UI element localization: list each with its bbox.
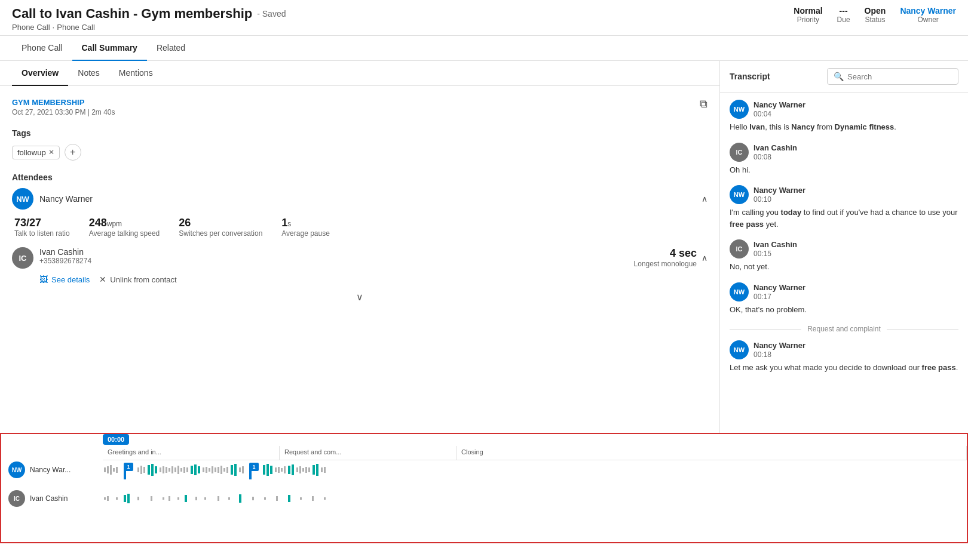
timestamp-2: 00:08 bbox=[753, 153, 797, 161]
see-details-label: See details bbox=[51, 275, 90, 284]
svg-rect-46 bbox=[275, 467, 277, 472]
expand-arrow[interactable]: ∨ bbox=[12, 291, 707, 303]
owner-meta: Nancy Warner Owner bbox=[900, 6, 956, 24]
ivan-avatar: IC bbox=[12, 247, 33, 269]
search-input[interactable] bbox=[847, 72, 952, 81]
speaker-row-2: IC Ivan Cashin 00:08 bbox=[730, 143, 958, 162]
timestamp-3: 00:10 bbox=[753, 195, 805, 204]
transcript-entry-2: IC Ivan Cashin 00:08 Oh hi. bbox=[730, 143, 958, 176]
svg-rect-20 bbox=[177, 466, 179, 474]
ivan-waveform-svg bbox=[103, 489, 967, 508]
tab-phone-call[interactable]: Phone Call bbox=[12, 36, 72, 61]
stat-talking-speed-label: Average talking speed bbox=[89, 229, 160, 238]
subtab-notes[interactable]: Notes bbox=[68, 61, 109, 86]
subtab-overview[interactable]: Overview bbox=[12, 61, 68, 86]
header-left: Call to Ivan Cashin - Gym membership - S… bbox=[12, 6, 286, 32]
speaker-row-4: IC Ivan Cashin 00:15 bbox=[730, 239, 958, 259]
svg-rect-75 bbox=[228, 497, 230, 500]
svg-rect-37 bbox=[234, 464, 237, 476]
svg-rect-28 bbox=[206, 467, 207, 473]
tag-add-button[interactable]: + bbox=[65, 144, 81, 161]
owner-label: Owner bbox=[900, 16, 956, 24]
tag-remove-button[interactable]: ✕ bbox=[48, 148, 54, 156]
tag-label: followup bbox=[17, 148, 46, 157]
speaker-row-6: NW Nancy Warner 00:18 bbox=[730, 340, 958, 359]
ivan-name: Ivan Cashin bbox=[39, 247, 91, 257]
subtitle-dropdown[interactable]: Phone Call bbox=[57, 23, 95, 32]
transcript-header: Transcript 🔍 bbox=[720, 61, 968, 93]
stat-talk-listen: 73/27 Talk to listen ratio bbox=[14, 217, 70, 238]
svg-rect-2 bbox=[110, 465, 112, 475]
nav-tabs: Phone Call Call Summary Related bbox=[0, 36, 968, 61]
copy-icon[interactable]: ⧉ bbox=[700, 98, 707, 110]
header-subtitle: Phone Call · Phone Call bbox=[12, 23, 286, 32]
subtab-mentions[interactable]: Mentions bbox=[109, 61, 163, 86]
speaker-avatar-5: NW bbox=[730, 282, 749, 301]
saved-label: - Saved bbox=[257, 9, 286, 19]
svg-rect-24 bbox=[191, 466, 193, 474]
svg-rect-3 bbox=[113, 468, 115, 472]
speaker-name-1: Nancy Warner bbox=[753, 100, 805, 109]
unlink-contact-button[interactable]: ✕ Unlink from contact bbox=[99, 275, 176, 284]
stat-switches-label: Switches per conversation bbox=[179, 229, 262, 238]
svg-rect-10 bbox=[143, 467, 145, 473]
tab-call-summary[interactable]: Call Summary bbox=[72, 36, 147, 61]
tab-related[interactable]: Related bbox=[147, 36, 195, 61]
svg-rect-50 bbox=[288, 466, 290, 474]
transcript-text-6: Let me ask you what made you decide to d… bbox=[730, 362, 958, 374]
svg-rect-54 bbox=[302, 468, 304, 472]
search-icon: 🔍 bbox=[834, 72, 844, 81]
owner-value[interactable]: Nancy Warner bbox=[900, 6, 956, 16]
svg-rect-26 bbox=[198, 466, 200, 473]
svg-rect-59 bbox=[321, 467, 323, 472]
svg-rect-34 bbox=[223, 468, 225, 472]
timestamp-4: 00:15 bbox=[753, 250, 797, 258]
transcript-text-3: I'm calling you today to find out if you… bbox=[730, 207, 958, 230]
attendee-nancy: NW Nancy Warner ∧ 73/27 Talk to listen r… bbox=[12, 188, 707, 238]
svg-rect-1 bbox=[107, 466, 109, 473]
stat-pause-label: Average pause bbox=[281, 229, 330, 238]
header-meta: Normal Priority --- Due Open Status Nanc… bbox=[794, 6, 956, 24]
transcript-text-5: OK, that's no problem. bbox=[730, 304, 958, 316]
page-title: Call to Ivan Cashin - Gym membership - S… bbox=[12, 6, 286, 21]
speaker-avatar-6: NW bbox=[730, 340, 749, 359]
monologue-label: Longest monologue bbox=[634, 260, 697, 268]
due-label: Due bbox=[837, 16, 850, 24]
svg-rect-65 bbox=[127, 494, 130, 503]
header: Call to Ivan Cashin - Gym membership - S… bbox=[0, 0, 968, 36]
transcript-text-1: Hello Ivan, this is Nancy from Dynamic f… bbox=[730, 121, 958, 133]
svg-rect-76 bbox=[239, 494, 241, 503]
priority-value: Normal bbox=[794, 6, 822, 16]
transcript-text-2: Oh hi. bbox=[730, 164, 958, 176]
svg-rect-60 bbox=[324, 467, 326, 473]
nancy-collapse-chevron[interactable]: ∧ bbox=[702, 194, 707, 204]
divider-line-right bbox=[887, 329, 958, 330]
svg-rect-66 bbox=[137, 497, 139, 500]
see-details-button[interactable]: 🖼 See details bbox=[39, 275, 90, 284]
ivan-collapse-chevron[interactable]: ∧ bbox=[702, 253, 707, 263]
transcript-entry-4: IC Ivan Cashin 00:15 No, not yet. bbox=[730, 239, 958, 273]
sub-tabs: Overview Notes Mentions bbox=[0, 61, 719, 86]
speaker-name-6: Nancy Warner bbox=[753, 341, 805, 350]
svg-rect-55 bbox=[305, 467, 307, 473]
svg-text:1: 1 bbox=[252, 464, 255, 470]
speaker-row-3: NW Nancy Warner 00:10 bbox=[730, 185, 958, 204]
stat-talk-listen-label: Talk to listen ratio bbox=[14, 229, 70, 238]
stat-talking-speed: 248wpm Average talking speed bbox=[89, 217, 160, 238]
svg-rect-72 bbox=[195, 497, 197, 500]
svg-rect-48 bbox=[281, 468, 283, 472]
svg-rect-73 bbox=[204, 497, 206, 500]
speaker-name-5: Nancy Warner bbox=[753, 283, 805, 292]
transcript-entry-3: NW Nancy Warner 00:10 I'm calling you to… bbox=[730, 185, 958, 230]
track-waveform-ivan[interactable] bbox=[103, 489, 967, 508]
svg-rect-57 bbox=[313, 465, 315, 475]
track-waveform-nancy[interactable]: 1 bbox=[103, 460, 967, 479]
svg-rect-0 bbox=[104, 467, 106, 472]
svg-rect-61 bbox=[104, 497, 106, 500]
timeline-panel: 00:00 Greetings and in... Request and co… bbox=[0, 433, 968, 543]
nancy-name-row: NW Nancy Warner bbox=[12, 188, 93, 210]
right-panel: Transcript 🔍 NW Nancy Warner 00:04 Hello… bbox=[720, 61, 968, 433]
search-box[interactable]: 🔍 bbox=[827, 68, 958, 85]
svg-rect-23 bbox=[186, 467, 188, 472]
svg-rect-15 bbox=[163, 466, 164, 473]
